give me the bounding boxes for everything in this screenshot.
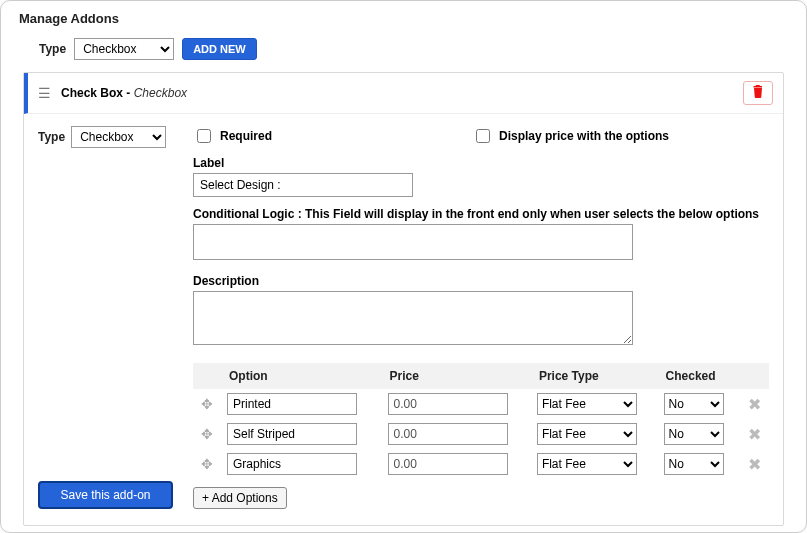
checked-select[interactable]: No xyxy=(664,423,724,445)
top-type-row: Type Checkbox ADD NEW xyxy=(39,38,784,60)
logic-fieldlabel: Conditional Logic : This Field will disp… xyxy=(193,207,769,221)
checked-select[interactable]: No xyxy=(664,453,724,475)
label-fieldlabel: Label xyxy=(193,156,769,170)
col-pricetype: Price Type xyxy=(531,363,658,389)
options-table: Option Price Price Type Checked ✥Flat Fe… xyxy=(193,363,769,479)
col-price: Price xyxy=(382,363,531,389)
remove-row-icon[interactable]: ✖ xyxy=(739,389,769,419)
move-icon[interactable]: ✥ xyxy=(193,389,221,419)
price-input[interactable] xyxy=(388,423,508,445)
dialog-title: Manage Addons xyxy=(1,1,806,34)
inner-type-label: Type xyxy=(38,130,65,144)
desc-field: Description xyxy=(193,274,769,349)
price-input[interactable] xyxy=(388,453,508,475)
addon-card: ☰ Check Box - Checkbox Type Checkbox xyxy=(23,72,784,526)
required-checkbox[interactable] xyxy=(197,129,211,143)
remove-row-icon[interactable]: ✖ xyxy=(739,449,769,479)
right-column: Required Display price with the options … xyxy=(193,126,769,509)
label-input[interactable] xyxy=(193,173,413,197)
add-new-button[interactable]: ADD NEW xyxy=(182,38,257,60)
display-price-check-wrap[interactable]: Display price with the options xyxy=(472,126,669,146)
desc-fieldlabel: Description xyxy=(193,274,769,288)
card-title: Check Box - Checkbox xyxy=(61,86,187,100)
display-price-checkbox[interactable] xyxy=(476,129,490,143)
col-option: Option xyxy=(221,363,382,389)
required-label: Required xyxy=(220,129,272,143)
option-input[interactable] xyxy=(227,393,357,415)
card-header: ☰ Check Box - Checkbox xyxy=(24,73,783,114)
table-row: ✥Flat FeeNo✖ xyxy=(193,449,769,479)
pricetype-select[interactable]: Flat Fee xyxy=(537,423,637,445)
logic-input[interactable] xyxy=(193,224,633,260)
logic-field: Conditional Logic : This Field will disp… xyxy=(193,207,769,264)
type-select-top[interactable]: Checkbox xyxy=(74,38,174,60)
add-options-button[interactable]: + Add Options xyxy=(193,487,287,509)
type-label: Type xyxy=(39,42,66,56)
move-icon[interactable]: ✥ xyxy=(193,419,221,449)
drag-handle-icon[interactable]: ☰ xyxy=(38,85,51,101)
type-select-inner[interactable]: Checkbox xyxy=(71,126,166,148)
label-field: Label xyxy=(193,156,769,197)
col-checked: Checked xyxy=(658,363,739,389)
delete-button[interactable] xyxy=(743,81,773,105)
card-body: Type Checkbox Save this add-on Required xyxy=(24,114,783,525)
remove-row-icon[interactable]: ✖ xyxy=(739,419,769,449)
checked-select[interactable]: No xyxy=(664,393,724,415)
pricetype-select[interactable]: Flat Fee xyxy=(537,453,637,475)
card-title-suffix: Checkbox xyxy=(134,86,187,100)
dialog-window: Manage Addons Type Checkbox ADD NEW ☰ Ch… xyxy=(0,0,807,533)
option-input[interactable] xyxy=(227,453,357,475)
trash-icon xyxy=(752,84,764,102)
display-price-label: Display price with the options xyxy=(499,129,669,143)
left-column: Type Checkbox Save this add-on xyxy=(38,126,173,509)
save-addon-button[interactable]: Save this add-on xyxy=(38,481,173,509)
move-icon[interactable]: ✥ xyxy=(193,449,221,479)
table-row: ✥Flat FeeNo✖ xyxy=(193,389,769,419)
card-title-prefix: Check Box - xyxy=(61,86,134,100)
checkbox-row: Required Display price with the options xyxy=(193,126,769,146)
option-input[interactable] xyxy=(227,423,357,445)
price-input[interactable] xyxy=(388,393,508,415)
pricetype-select[interactable]: Flat Fee xyxy=(537,393,637,415)
table-row: ✥Flat FeeNo✖ xyxy=(193,419,769,449)
dialog-content: Type Checkbox ADD NEW ☰ Check Box - Chec… xyxy=(1,38,806,533)
required-check-wrap[interactable]: Required xyxy=(193,126,272,146)
desc-input[interactable] xyxy=(193,291,633,345)
inner-type-row: Type Checkbox xyxy=(38,126,173,148)
